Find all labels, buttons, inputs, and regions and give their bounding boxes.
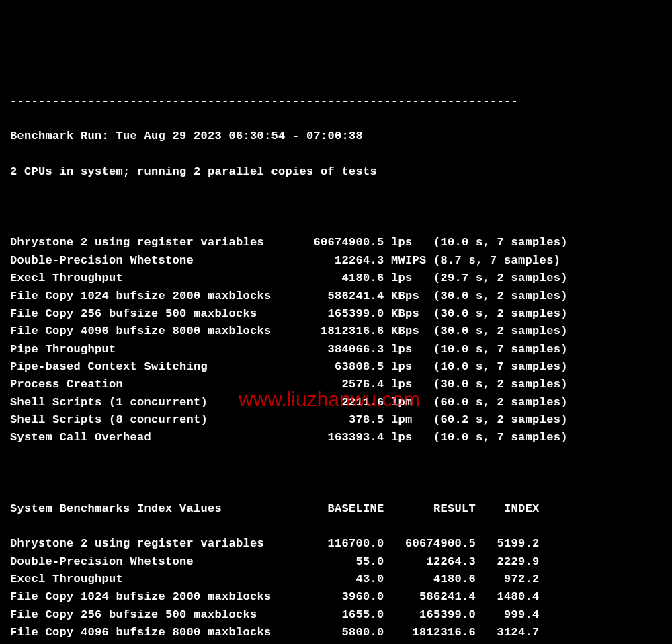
index-row-line: Double-Precision Whetstone 55.0 12264.3 … (10, 553, 662, 571)
blank-line (10, 199, 662, 216)
index-row-line: Dhrystone 2 using register variables 116… (10, 535, 662, 553)
test-result-line: Shell Scripts (1 concurrent) 2211.6 lpm … (10, 394, 662, 411)
test-result-line: Execl Throughput 4180.6 lps (29.7 s, 2 s… (10, 270, 662, 287)
index-block: Dhrystone 2 using register variables 116… (10, 535, 662, 644)
blank-line (10, 465, 662, 482)
test-result-line: File Copy 4096 bufsize 8000 maxblocks 18… (10, 323, 662, 340)
divider-line: ----------------------------------------… (10, 93, 662, 110)
index-row-line: File Copy 4096 bufsize 8000 maxblocks 58… (10, 624, 662, 641)
test-result-line: Process Creation 2576.4 lps (30.0 s, 2 s… (10, 376, 662, 393)
tests-block: Dhrystone 2 using register variables 606… (10, 234, 662, 446)
index-row-line: File Copy 1024 bufsize 2000 maxblocks 39… (10, 588, 662, 606)
index-row-line: File Copy 256 bufsize 500 maxblocks 1655… (10, 606, 662, 624)
index-row-line: Pipe Throughput 12440.0 384066.3 308.7 (10, 641, 662, 644)
terminal-output: ----------------------------------------… (10, 75, 662, 644)
test-result-line: Pipe Throughput 384066.3 lps (10.0 s, 7 … (10, 341, 662, 358)
test-result-line: System Call Overhead 163393.4 lps (10.0 … (10, 429, 662, 446)
test-result-line: Shell Scripts (8 concurrent) 378.5 lpm (… (10, 411, 662, 429)
test-result-line: Double-Precision Whetstone 12264.3 MWIPS… (10, 252, 662, 270)
test-result-line: Pipe-based Context Switching 63808.5 lps… (10, 358, 662, 376)
index-header-line: System Benchmarks Index Values BASELINE … (10, 500, 662, 518)
benchmark-run-line: Benchmark Run: Tue Aug 29 2023 06:30:54 … (10, 128, 662, 145)
test-result-line: File Copy 256 bufsize 500 maxblocks 1653… (10, 305, 662, 323)
index-row-line: Execl Throughput 43.0 4180.6 972.2 (10, 571, 662, 588)
test-result-line: File Copy 1024 bufsize 2000 maxblocks 58… (10, 288, 662, 305)
cpu-info-line: 2 CPUs in system; running 2 parallel cop… (10, 163, 662, 181)
test-result-line: Dhrystone 2 using register variables 606… (10, 234, 662, 251)
